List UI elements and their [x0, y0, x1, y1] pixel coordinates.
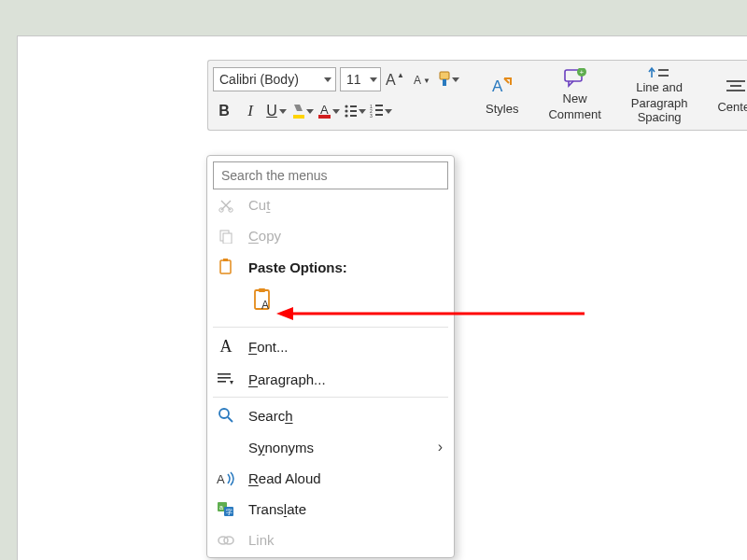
svg-rect-28 — [726, 80, 745, 82]
numbering-icon: 1 2 3 — [370, 104, 383, 119]
paragraph-menu-item[interactable]: Paragraph... — [213, 364, 448, 395]
bold-icon: B — [218, 103, 230, 119]
svg-rect-40 — [218, 373, 231, 375]
copy-label: Copy — [248, 228, 281, 244]
svg-point-11 — [345, 109, 347, 112]
line-spacing-button[interactable]: Line and Paragraph Spacing — [622, 63, 698, 127]
font-size-combo[interactable]: 11 — [340, 67, 381, 91]
svg-rect-35 — [220, 260, 231, 273]
svg-rect-10 — [350, 105, 357, 107]
italic-icon: I — [247, 102, 253, 120]
svg-rect-41 — [218, 377, 231, 379]
font-menu-item[interactable]: A Font... — [213, 329, 448, 364]
paste-text-only-icon: A — [252, 288, 276, 313]
paragraph-label: Paragraph... — [248, 371, 326, 387]
highlight-icon — [291, 103, 304, 119]
bullets-icon — [344, 104, 357, 119]
translate-label: Translate — [248, 501, 306, 517]
cut-icon — [217, 198, 235, 213]
menu-divider — [213, 327, 448, 328]
paste-icon — [217, 259, 235, 275]
link-menu-item[interactable]: Link — [213, 525, 448, 555]
svg-text:▼: ▼ — [423, 77, 430, 85]
cut-label: Cut — [248, 197, 270, 213]
svg-point-43 — [219, 409, 229, 418]
font-color-icon: A — [317, 103, 331, 119]
new-comment-button[interactable]: + New Comment — [539, 63, 610, 127]
svg-rect-12 — [350, 110, 357, 112]
menu-search-input[interactable]: Search the menus — [213, 161, 448, 189]
copy-icon — [217, 229, 235, 244]
svg-point-50 — [224, 537, 233, 544]
chevron-down-icon — [370, 77, 377, 82]
svg-rect-30 — [726, 90, 745, 91]
paste-options-label: Paste Options: — [248, 259, 347, 275]
svg-rect-42 — [218, 381, 226, 383]
link-label: Link — [248, 532, 275, 548]
shrink-font-button[interactable]: A▼ — [411, 68, 433, 91]
grow-font-button[interactable]: A▲ — [385, 68, 407, 91]
underline-icon: U — [266, 103, 277, 119]
styles-icon: A — [490, 75, 514, 99]
svg-text:+: + — [579, 68, 584, 77]
center-button[interactable]: Center — [708, 63, 747, 127]
translate-menu-item[interactable]: a字 Translate — [213, 494, 448, 525]
paste-keep-text-only-button[interactable]: A — [252, 301, 276, 315]
chevron-down-icon — [452, 77, 459, 82]
font-name-value: Calibri (Body) — [219, 72, 299, 87]
font-name-combo[interactable]: Calibri (Body) — [213, 67, 336, 91]
font-color-button[interactable]: A — [317, 100, 340, 122]
bullets-button[interactable] — [344, 100, 366, 122]
svg-rect-36 — [223, 259, 228, 261]
mini-toolbar: Calibri (Body) 11 A▲ A▼ B — [207, 60, 747, 131]
toolbar-font-group: Calibri (Body) 11 A▲ A▼ B — [211, 63, 465, 127]
svg-text:A: A — [492, 77, 503, 95]
read-aloud-icon: A — [217, 471, 235, 486]
svg-text:A: A — [217, 472, 225, 486]
svg-text:a: a — [219, 504, 223, 511]
svg-rect-16 — [375, 105, 383, 106]
styles-button[interactable]: A Styles — [476, 63, 528, 127]
menu-search-placeholder: Search the menus — [221, 168, 328, 183]
format-painter-button[interactable] — [437, 68, 459, 91]
font-icon: A — [217, 337, 235, 357]
search-label: Search — [248, 408, 293, 424]
link-icon — [217, 534, 235, 547]
svg-rect-18 — [375, 109, 383, 111]
chevron-down-icon — [359, 109, 366, 114]
paragraph-icon — [217, 372, 235, 387]
center-label: Center — [717, 101, 747, 115]
highlight-color-button[interactable] — [291, 100, 314, 122]
line-spacing-icon — [647, 65, 671, 77]
svg-rect-38 — [259, 288, 265, 292]
svg-text:A: A — [386, 72, 396, 88]
svg-rect-14 — [350, 115, 357, 117]
synonyms-label: Synonyms — [248, 440, 314, 455]
chevron-right-icon: › — [438, 439, 443, 455]
svg-rect-8 — [318, 115, 331, 119]
numbering-button[interactable]: 1 2 3 — [370, 100, 392, 122]
italic-button[interactable]: I — [239, 100, 261, 122]
svg-rect-5 — [443, 79, 446, 86]
menu-divider — [213, 397, 448, 398]
svg-rect-4 — [440, 72, 449, 79]
new-comment-icon: + — [563, 68, 587, 89]
bold-button[interactable]: B — [213, 100, 235, 122]
chevron-down-icon — [306, 109, 314, 114]
context-menu: Search the menus Cut Copy Paste Options:… — [206, 155, 455, 558]
styles-label: Styles — [486, 103, 518, 117]
synonyms-menu-item[interactable]: Synonyms › — [213, 431, 448, 463]
search-menu-item[interactable]: Search — [213, 399, 448, 431]
svg-text:▲: ▲ — [397, 71, 404, 79]
svg-text:3: 3 — [370, 113, 373, 119]
svg-rect-34 — [223, 233, 232, 244]
copy-menu-item: Copy — [213, 220, 448, 251]
format-painter-icon — [437, 71, 450, 88]
read-aloud-menu-item[interactable]: A Read Aloud — [213, 463, 448, 494]
font-size-value: 11 — [346, 72, 361, 87]
search-icon — [217, 407, 235, 424]
font-label: Font... — [248, 339, 289, 355]
grow-font-icon: A▲ — [386, 70, 406, 89]
svg-text:A: A — [320, 103, 329, 117]
underline-button[interactable]: U — [265, 100, 288, 122]
